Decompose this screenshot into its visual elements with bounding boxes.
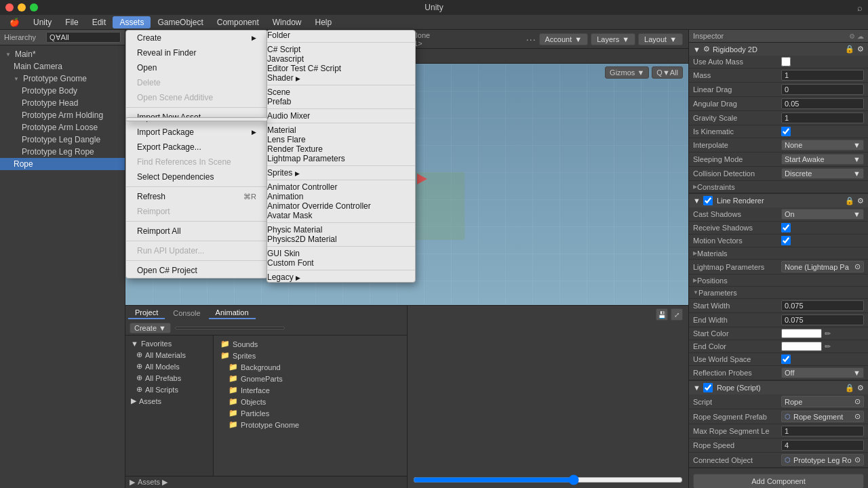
mass-input[interactable] <box>781 70 864 81</box>
favorite-allmaterials[interactable]: ⊕ All Materials <box>125 349 213 361</box>
search-icon[interactable]: ⌕ <box>857 3 863 13</box>
create-avatarmask[interactable]: Avatar Mask <box>267 211 415 220</box>
hierarchy-item-armhold[interactable]: Prototype Arm Holding <box>0 109 125 121</box>
linerenderer-header[interactable]: ▼ Line Renderer 🔒 ⚙ <box>689 194 868 207</box>
save-icon[interactable]: 💾 <box>656 308 668 321</box>
create-guiskin[interactable]: GUI Skin <box>267 249 415 258</box>
tab-animation[interactable]: Animation <box>209 307 256 319</box>
favorite-allprefabs[interactable]: ⊕ All Prefabs <box>125 372 213 384</box>
create-animation[interactable]: Animation <box>267 192 415 201</box>
rigidbody2d-header[interactable]: ▼ ⚙ Rigidbody 2D 🔒 ⚙ <box>689 43 868 56</box>
create-scene[interactable]: Scene <box>267 87 415 97</box>
favorites-header[interactable]: ▼ Favorites <box>125 338 213 349</box>
hierarchy-item-main[interactable]: ▼ Main* <box>0 48 125 60</box>
max-rope-segment-input[interactable] <box>781 426 864 436</box>
dm-reveal[interactable]: Reveal in Finder <box>126 45 267 60</box>
cast-shadows-dropdown[interactable]: On ▼ <box>781 209 864 220</box>
expand-icon[interactable]: ⤢ <box>671 308 683 321</box>
favorite-allscripts[interactable]: ⊕ All Scripts <box>125 384 213 395</box>
receive-shadows-checkbox[interactable] <box>781 223 791 232</box>
parameters-row[interactable]: ▼ Parameters <box>689 287 868 299</box>
dm-reimportall[interactable]: Reimport All <box>126 224 267 239</box>
create-csharp[interactable]: C# Script <box>267 45 415 54</box>
favorite-allmodels[interactable]: ⊕ All Models <box>125 361 213 372</box>
create-js[interactable]: Javascript <box>267 54 415 64</box>
menu-apple[interactable]: 🍎 <box>3 16 26 28</box>
menu-assets[interactable]: Assets <box>113 16 151 28</box>
lock-icon[interactable]: 🔒 <box>845 45 854 54</box>
add-component-button[interactable]: Add Component <box>693 474 864 488</box>
lock-icon[interactable]: 🔒 <box>845 197 854 205</box>
gear-icon[interactable]: ⚙ <box>857 45 864 54</box>
gear-icon[interactable]: ⚙ <box>857 384 864 392</box>
hierarchy-item-maincamera[interactable]: Main Camera <box>0 60 125 73</box>
create-physicmat[interactable]: Physic Material <box>267 225 415 235</box>
interpolate-dropdown[interactable]: None ▼ <box>781 140 864 150</box>
dm-selectdeps[interactable]: Select Dependencies <box>126 169 267 184</box>
dm-importpkg[interactable]: Import Package ▶ <box>126 125 267 140</box>
create-animcontroller[interactable]: Animator Controller <box>267 182 415 192</box>
tab-project[interactable]: Project <box>128 307 165 319</box>
angular-drag-input[interactable] <box>781 98 864 109</box>
dm-create[interactable]: Create ▶ <box>126 30 267 45</box>
end-color-swatch[interactable] <box>781 342 822 351</box>
connected-object-ref[interactable]: ⬡ Prototype Leg Ro ⊙ <box>781 454 864 466</box>
view-all-button[interactable]: Q▼All <box>652 66 683 79</box>
is-kinematic-checkbox[interactable] <box>781 127 791 136</box>
hierarchy-item-legrope[interactable]: Prototype Leg Rope <box>0 146 125 158</box>
gizmos-button[interactable]: Gizmos ▼ <box>605 66 649 79</box>
lightmap-params-ref[interactable]: None (Lightmap Pa ⊙ <box>781 261 864 272</box>
tab-console[interactable]: Console <box>166 308 207 319</box>
assets-header[interactable]: ▶ Assets <box>125 395 213 407</box>
hierarchy-search[interactable] <box>46 32 121 43</box>
color-picker-icon[interactable]: ✏ <box>825 329 831 338</box>
linear-drag-input[interactable] <box>781 84 864 95</box>
proj-item-sprites[interactable]: 📁 Sprites <box>216 350 404 361</box>
create-editortest[interactable]: Editor Test C# Script <box>267 64 415 73</box>
hierarchy-item-rope[interactable]: Rope <box>0 158 125 170</box>
proj-item-objects[interactable]: 📁 Objects <box>216 396 404 407</box>
end-width-input[interactable] <box>781 314 864 325</box>
proj-item-particles[interactable]: 📁 Particles <box>216 407 404 419</box>
timeline-slider[interactable] <box>413 474 684 485</box>
create-submenu[interactable]: Folder C# Script Javascript Editor Test … <box>267 30 416 283</box>
menu-unity[interactable]: Unity <box>26 16 58 28</box>
gravity-scale-input[interactable] <box>781 113 864 123</box>
create-shader[interactable]: Shader ▶ <box>267 73 415 83</box>
layers-dropdown[interactable]: Layers ▼ <box>591 33 635 45</box>
create-animoverride[interactable]: Animator Override Controller <box>267 201 415 211</box>
hierarchy-item-body[interactable]: Prototype Body <box>0 85 125 97</box>
lock-icon[interactable]: 🔒 <box>845 384 854 392</box>
use-world-space-checkbox[interactable] <box>781 354 791 364</box>
proj-item-protognome[interactable]: 📁 Prototype Gnome <box>216 419 404 430</box>
menu-file[interactable]: File <box>58 16 85 28</box>
menu-window[interactable]: Window <box>266 16 309 28</box>
menu-gameobject[interactable]: GameObject <box>151 16 210 28</box>
create-legacy[interactable]: Legacy ▶ <box>267 272 415 282</box>
rope-speed-input[interactable] <box>781 440 864 451</box>
hierarchy-item-head[interactable]: Prototype Head <box>0 97 125 109</box>
start-width-input[interactable] <box>781 300 864 311</box>
collision-detection-dropdown[interactable]: Discrete ▼ <box>781 168 864 179</box>
create-rendertex[interactable]: Render Texture <box>267 144 415 154</box>
create-prefab[interactable]: Prefab <box>267 97 415 106</box>
proj-item-interface[interactable]: 📁 Interface <box>216 384 404 396</box>
ropescript-header[interactable]: ▼ Rope (Script) 🔒 ⚙ <box>689 381 868 394</box>
linerenderer-enabled[interactable] <box>703 196 713 205</box>
proj-item-gnomeparts[interactable]: 📁 GnomeParts <box>216 373 404 384</box>
hierarchy-item-gnome[interactable]: ▼ Prototype Gnome <box>0 73 125 85</box>
assets-dropdown-menu[interactable]: Create ▶ Reveal in Finder Open Delete Op… <box>125 30 268 279</box>
create-customfont[interactable]: Custom Font <box>267 258 415 268</box>
menu-edit[interactable]: Edit <box>85 16 113 28</box>
hierarchy-item-armloose[interactable]: Prototype Arm Loose <box>0 121 125 134</box>
constraints-row[interactable]: ▶ Constraints <box>689 181 868 193</box>
create-audiomixer[interactable]: Audio Mixer <box>267 111 415 121</box>
close-button[interactable] <box>5 3 14 12</box>
project-search[interactable] <box>175 327 285 329</box>
start-color-swatch[interactable] <box>781 329 822 338</box>
create-sprites[interactable]: Sprites ▶ <box>267 168 415 178</box>
sleeping-mode-dropdown[interactable]: Start Awake ▼ <box>781 154 864 165</box>
gear-icon[interactable]: ⚙ <box>857 197 864 205</box>
ropescript-enabled[interactable] <box>703 383 713 392</box>
positions-row[interactable]: ▶ Positions <box>689 274 868 287</box>
